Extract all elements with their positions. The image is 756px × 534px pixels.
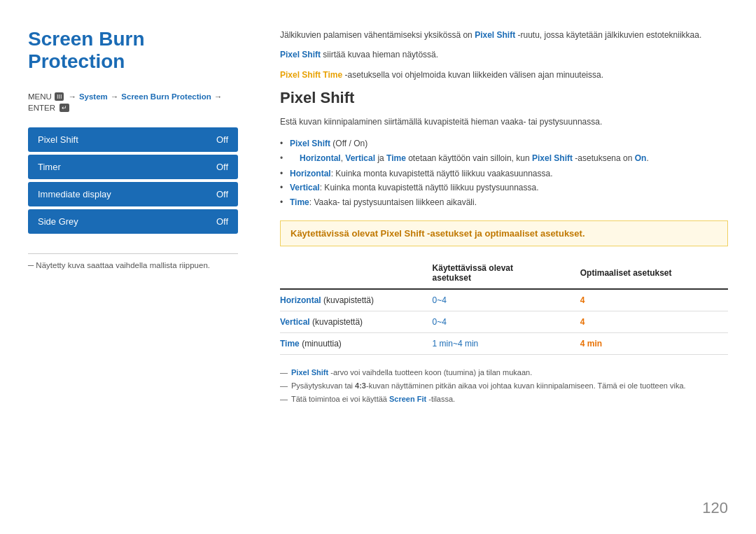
table-row-time: Time (minuuttia) 1 min~4 min 4 min [280, 333, 728, 355]
row-vertical-optimal: 4 [580, 311, 728, 333]
bullet-sub-indent: Horizontal, Vertical ja Time otetaan käy… [280, 151, 728, 165]
vertical-label: Vertical [290, 183, 320, 192]
left-note: ─ Näytetty kuva saattaa vaihdella mallis… [28, 261, 238, 269]
footer-note-3: Tätä toimintoa ei voi käyttää Screen Fit… [280, 393, 728, 406]
intro-line-1: Jälkikuvien palamisen vähentämiseksi yks… [280, 28, 728, 42]
menu-icon: III [55, 92, 64, 101]
bullet-pixel-shift-toggle: Pixel Shift (Off / On) [280, 136, 728, 150]
vertical-optimal: 4 [580, 317, 585, 327]
enter-label: ENTER [28, 104, 55, 112]
enter-icon: ↵ [59, 104, 69, 112]
arrow2: → [111, 92, 119, 101]
intro-line-2: Pixel Shift siirtää kuvaa hieman näytöss… [280, 48, 728, 62]
menu-item-pixel-shift[interactable]: Pixel Shift Off [28, 127, 238, 152]
immediate-display-label: Immediate display [38, 189, 111, 199]
table-header-row: Käytettävissä olevatasetukset Optimaalis… [280, 258, 728, 289]
menu-item-timer[interactable]: Timer Off [28, 155, 238, 179]
footer-note-1: Pixel Shift -arvo voi vaihdella tuotteen… [280, 366, 728, 379]
pixel-shift-ref-3: Pixel Shift [532, 153, 573, 163]
menu-list: Pixel Shift Off Timer Off Immediate disp… [28, 127, 238, 234]
horizontal-ref: Horizontal [300, 153, 341, 163]
page-number: 120 [702, 499, 728, 517]
arrow1: → [68, 92, 76, 101]
time-optimal: 4 min [580, 339, 602, 349]
horizontal-label: Horizontal [290, 169, 331, 178]
horizontal-row-label: Horizontal [280, 295, 321, 305]
table-row-vertical: Vertical (kuvapistettä) 0~4 4 [280, 311, 728, 333]
page-container: Screen Burn Protection MENU III → System… [0, 0, 756, 534]
right-panel: Jälkikuvien palamisen vähentämiseksi yks… [266, 28, 728, 506]
pixel-shift-table: Käytettävissä olevatasetukset Optimaalis… [280, 258, 728, 355]
menu-item-side-grey[interactable]: Side Grey Off [28, 209, 238, 234]
col-header-3: Optimaaliset asetukset [580, 258, 728, 289]
pixel-shift-value: Off [216, 134, 228, 145]
page-title: Screen Burn Protection [28, 28, 238, 73]
left-note-section: ─ Näytetty kuva saattaa vaihdella mallis… [28, 253, 238, 269]
pixel-shift-fn-ref: Pixel Shift [291, 368, 328, 377]
immediate-display-value: Off [216, 189, 228, 199]
footer-note-2: Pysäytyskuvan tai 4:3-kuvan näyttäminen … [280, 379, 728, 393]
screen-burn-label: Screen Burn Protection [121, 92, 211, 101]
bullet-list: Pixel Shift (Off / On) Horizontal, Verti… [280, 136, 728, 209]
bullet-vertical: Vertical: Kuinka monta kuvapistettä näyt… [280, 181, 728, 195]
row-vertical-available: 0~4 [433, 311, 580, 333]
menu-path: MENU III → System → Screen Burn Protecti… [28, 92, 238, 112]
highlight-box: Käytettävissä olevat Pixel Shift -asetuk… [280, 220, 728, 246]
horizontal-available: 0~4 [433, 295, 447, 305]
vertical-available: 0~4 [433, 317, 447, 327]
menu-item-immediate-display[interactable]: Immediate display Off [28, 182, 238, 206]
side-grey-value: Off [216, 216, 228, 227]
col-header-2: Käytettävissä olevatasetukset [433, 258, 580, 289]
col-header-1 [280, 258, 433, 289]
arrow3: → [214, 92, 223, 101]
4-3-ref: 4:3 [355, 381, 366, 390]
row-time-available: 1 min~4 min [433, 333, 580, 355]
pixel-shift-bullet-label: Pixel Shift [290, 139, 330, 148]
row-time-label: Time (minuuttia) [280, 333, 433, 355]
pixel-shift-section-title: Pixel Shift [280, 89, 728, 107]
bullet-horizontal: Horizontal: Kuinka monta kuvapistettä nä… [280, 167, 728, 181]
vertical-ref: Vertical [345, 153, 375, 163]
row-horizontal-optimal: 4 [580, 289, 728, 311]
pixel-shift-label: Pixel Shift [38, 134, 78, 145]
pixel-shift-ref-2: Pixel Shift [280, 50, 321, 59]
table-row-horizontal: Horizontal (kuvapistettä) 0~4 4 [280, 289, 728, 311]
side-grey-label: Side Grey [38, 216, 78, 227]
row-horizontal-available: 0~4 [433, 289, 580, 311]
pixel-shift-ref-1: Pixel Shift [475, 30, 515, 40]
time-ref: Time [386, 153, 406, 163]
vertical-row-label: Vertical [280, 317, 310, 327]
row-vertical-label: Vertical (kuvapistettä) [280, 311, 433, 333]
pixel-shift-time-ref: Pixel Shift Time [280, 70, 342, 80]
screen-fit-ref: Screen Fit [389, 395, 426, 403]
footer-notes: Pixel Shift -arvo voi vaihdella tuotteen… [280, 366, 728, 405]
row-horizontal-label: Horizontal (kuvapistettä) [280, 289, 433, 311]
row-time-optimal: 4 min [580, 333, 728, 355]
system-label: System [79, 92, 108, 101]
section-desc: Estä kuvan kiinnipalaminen siirtämällä k… [280, 117, 728, 127]
highlight-title: Käytettävissä olevat Pixel Shift -asetuk… [290, 228, 585, 239]
time-label: Time [290, 197, 309, 207]
bullet-time: Time: Vaaka- tai pystysuuntaisen liikkee… [280, 195, 728, 209]
timer-label: Timer [38, 162, 61, 172]
time-available: 1 min~4 min [433, 339, 479, 349]
time-row-label: Time [280, 339, 300, 349]
intro-line-3: Pixel Shift Time -asetuksella voi ohjelm… [280, 68, 728, 82]
on-ref: On [635, 153, 647, 163]
timer-value: Off [216, 162, 228, 172]
left-panel: Screen Burn Protection MENU III → System… [28, 28, 238, 506]
menu-label: MENU [28, 92, 52, 101]
horizontal-optimal: 4 [580, 295, 585, 305]
